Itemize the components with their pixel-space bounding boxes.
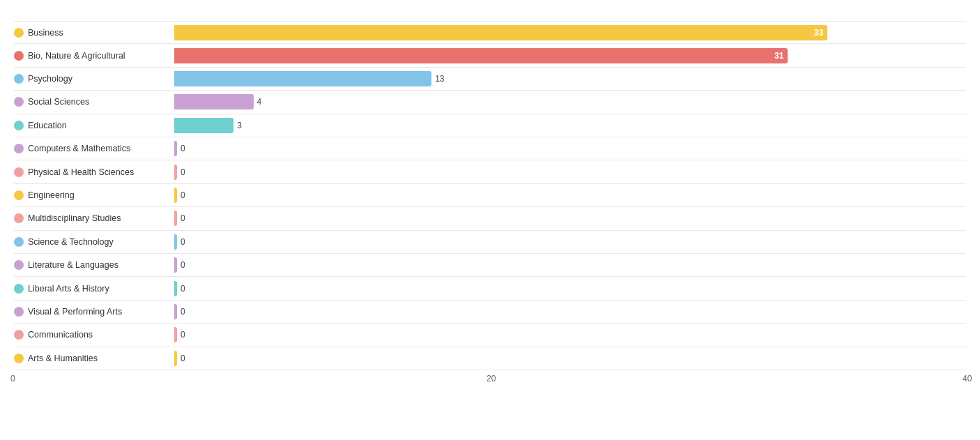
bar-label-text: Computers & Mathematics <box>28 144 130 153</box>
bar-row: Physical & Health Sciences0 <box>14 160 966 183</box>
bar-section: 0 <box>174 254 966 276</box>
bar-label-area: Education <box>14 121 174 130</box>
bar-section: 0 <box>174 231 966 253</box>
bar-fill: 33 <box>174 25 827 40</box>
bar-row: Social Sciences4 <box>14 91 966 114</box>
bar-value-label: 0 <box>181 190 185 200</box>
bar-dot <box>14 307 24 317</box>
bar-value-inside: 33 <box>814 28 823 38</box>
bar-fill <box>174 327 177 342</box>
bar-label-area: Physical & Health Sciences <box>14 167 174 177</box>
bar-dot <box>14 330 24 340</box>
x-axis: 02040 <box>14 374 966 388</box>
bar-value-label: 0 <box>181 330 185 340</box>
bar-fill <box>174 188 177 203</box>
bar-fill <box>174 257 177 273</box>
bar-section: 0 <box>174 301 966 323</box>
bar-section: 13 <box>174 68 966 90</box>
bar-section: 0 <box>174 137 966 160</box>
bar-row: Science & Technology0 <box>14 231 966 254</box>
bar-label-area: Business <box>14 28 174 38</box>
bar-label-text: Business <box>28 28 63 38</box>
bar-value-label: 0 <box>181 284 185 294</box>
chart-area: Business33Bio, Nature & Agricultural31Ps… <box>14 21 966 370</box>
bar-fill <box>174 118 233 133</box>
bar-value-inside: 31 <box>774 51 783 61</box>
bar-fill <box>174 351 177 366</box>
bar-row: Education3 <box>14 114 966 137</box>
bar-fill <box>174 234 177 250</box>
bar-dot <box>14 74 24 84</box>
bar-fill <box>174 304 177 319</box>
bar-row: Business33 <box>14 21 966 44</box>
bar-dot <box>14 28 24 38</box>
bar-dot <box>14 144 24 153</box>
bar-row: Visual & Performing Arts0 <box>14 301 966 324</box>
bar-row: Arts & Humanities0 <box>14 347 966 370</box>
x-axis-tick: 40 <box>963 374 972 384</box>
bar-row: Engineering0 <box>14 184 966 207</box>
chart-container: Business33Bio, Nature & Agricultural31Ps… <box>0 0 980 440</box>
bar-row: Communications0 <box>14 324 966 347</box>
bar-label-text: Arts & Humanities <box>28 354 98 363</box>
bar-fill: 31 <box>174 48 788 63</box>
bar-label-text: Physical & Health Sciences <box>28 167 134 177</box>
bar-label-area: Bio, Nature & Agricultural <box>14 51 174 61</box>
bar-label-text: Social Sciences <box>28 97 89 107</box>
bar-label-text: Bio, Nature & Agricultural <box>28 51 125 61</box>
bar-fill <box>174 71 431 86</box>
bar-label-text: Psychology <box>28 74 72 84</box>
bar-row: Psychology13 <box>14 68 966 91</box>
bar-row: Computers & Mathematics0 <box>14 137 966 160</box>
bar-label-area: Visual & Performing Arts <box>14 307 174 317</box>
bar-label-area: Multidisciplinary Studies <box>14 213 174 223</box>
bar-value-label: 13 <box>435 74 444 84</box>
x-axis-tick: 0 <box>10 374 15 384</box>
bar-value-label: 0 <box>181 213 185 223</box>
bar-dot <box>14 354 24 363</box>
bar-label-area: Literature & Languages <box>14 260 174 270</box>
bar-section: 0 <box>174 184 966 206</box>
bar-label-area: Arts & Humanities <box>14 354 174 363</box>
bar-section: 4 <box>174 91 966 113</box>
bar-fill <box>174 281 177 296</box>
bar-label-area: Communications <box>14 330 174 340</box>
bar-label-area: Liberal Arts & History <box>14 284 174 294</box>
bar-section: 0 <box>174 160 966 183</box>
bar-value-label: 0 <box>181 144 185 153</box>
bar-label-text: Engineering <box>28 190 75 200</box>
bar-section: 0 <box>174 347 966 370</box>
bar-dot <box>14 260 24 270</box>
bar-value-label: 0 <box>181 167 185 177</box>
bar-label-text: Literature & Languages <box>28 260 118 270</box>
bar-fill <box>174 141 177 156</box>
bar-label-area: Computers & Mathematics <box>14 144 174 153</box>
bar-section: 31 <box>174 44 966 66</box>
bar-dot <box>14 51 24 61</box>
bar-label-area: Science & Technology <box>14 237 174 247</box>
bar-fill <box>174 165 177 180</box>
bar-dot <box>14 121 24 130</box>
bar-label-text: Communications <box>28 330 93 340</box>
bar-label-text: Liberal Arts & History <box>28 284 109 294</box>
bar-label-text: Multidisciplinary Studies <box>28 213 121 223</box>
bar-section: 0 <box>174 207 966 229</box>
bar-row: Bio, Nature & Agricultural31 <box>14 44 966 67</box>
bar-fill <box>174 211 177 226</box>
bar-value-label: 0 <box>181 354 185 363</box>
x-axis-tick: 20 <box>487 374 496 384</box>
bar-section: 3 <box>174 114 966 137</box>
bar-section: 0 <box>174 277 966 299</box>
bar-fill <box>174 94 254 109</box>
bar-value-label: 4 <box>257 97 262 107</box>
bar-dot <box>14 237 24 247</box>
bar-dot <box>14 97 24 107</box>
bar-section: 33 <box>174 22 966 43</box>
bar-label-text: Science & Technology <box>28 237 114 247</box>
bar-label-area: Social Sciences <box>14 97 174 107</box>
bar-section: 0 <box>174 324 966 346</box>
bar-value-label: 0 <box>181 260 185 270</box>
bar-label-area: Psychology <box>14 74 174 84</box>
bar-row: Multidisciplinary Studies0 <box>14 207 966 230</box>
bar-row: Literature & Languages0 <box>14 254 966 277</box>
